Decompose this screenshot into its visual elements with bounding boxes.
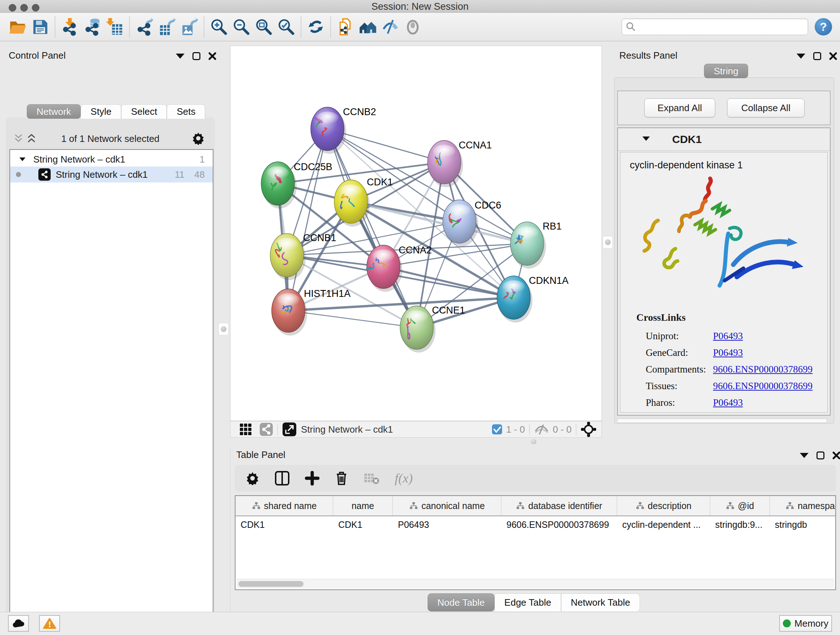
crosslink-link[interactable]: 9606.ENSP00000378699 <box>713 380 813 392</box>
zoom-fit-icon <box>255 18 273 36</box>
collapse-entry-icon[interactable] <box>643 136 650 141</box>
show-columns-icon[interactable] <box>275 470 290 486</box>
tab-select[interactable]: Select <box>121 104 167 119</box>
import-network-database-button[interactable] <box>81 16 103 38</box>
expand-all-button[interactable]: Expand All <box>644 98 715 117</box>
network-collection-row[interactable]: String Network – cdk1 1 <box>10 152 213 166</box>
copy-document-button[interactable] <box>334 16 357 38</box>
export-image-button[interactable] <box>178 16 201 38</box>
crosslink-link[interactable]: P06493 <box>713 331 743 342</box>
tab-node-table[interactable]: Node Table <box>428 593 494 611</box>
help-button[interactable]: ? <box>815 18 832 35</box>
node-table[interactable]: shared namenamecanonical namedatabase id… <box>235 495 836 590</box>
view-grid-icon[interactable] <box>239 423 252 436</box>
results-scroll-strip[interactable] <box>617 418 827 423</box>
export-image-icon <box>180 18 198 36</box>
collapse-panel-icon[interactable] <box>176 54 185 59</box>
cloud-button[interactable] <box>8 615 29 632</box>
column-header-canonical-name[interactable]: canonical name <box>393 496 501 516</box>
network-row-selected[interactable]: String Network – cdk1 11 48 <box>10 166 213 182</box>
delete-column-icon[interactable] <box>335 470 348 486</box>
node-ccna2[interactable] <box>366 245 402 292</box>
zoom-out-button[interactable] <box>230 16 253 38</box>
gear-icon[interactable] <box>246 471 259 485</box>
table-panel: Table Panel <box>230 447 840 612</box>
gear-icon[interactable] <box>192 132 205 145</box>
import-network-button[interactable] <box>58 16 81 38</box>
scrollbar-thumb[interactable] <box>238 581 303 587</box>
delete-table-icon <box>363 472 379 485</box>
column-header--id[interactable]: @id <box>710 496 770 516</box>
save-button[interactable] <box>29 16 51 38</box>
first-neighbors-button[interactable] <box>357 16 379 38</box>
close-panel-icon[interactable] <box>829 52 837 60</box>
right-splitter-handle[interactable] <box>603 236 613 249</box>
tab-network[interactable]: Network <box>27 104 81 119</box>
control-panel: Control Panel NetworkStyleSelectSets 1 o… <box>0 41 219 612</box>
tree-expander-icon[interactable] <box>19 157 26 161</box>
zoom-selected-button[interactable] <box>275 16 297 38</box>
edge[interactable] <box>288 310 417 328</box>
column-header-namespace[interactable]: namespace <box>770 496 836 516</box>
collapse-all-button[interactable]: Collapse All <box>727 98 805 117</box>
table-horizontal-scrollbar[interactable] <box>236 579 835 589</box>
horizontal-splitter-handle[interactable] <box>531 439 537 444</box>
add-column-icon[interactable] <box>305 471 319 486</box>
import-table-button[interactable] <box>103 16 126 38</box>
table-row[interactable]: CDK1CDK1P064939606.ENSP00000378699cyclin… <box>235 516 835 533</box>
column-header-shared-name[interactable]: shared name <box>235 496 333 516</box>
refresh-button[interactable] <box>305 16 327 38</box>
close-panel-icon[interactable] <box>208 52 216 60</box>
node-ccnb1[interactable] <box>270 233 306 280</box>
crosslink-link[interactable]: 9606.ENSP00000378699 <box>713 364 813 375</box>
export-table-button[interactable] <box>156 16 178 38</box>
node-cdc6[interactable] <box>443 200 478 247</box>
protein-card-header[interactable]: CDK1 <box>618 128 830 151</box>
export-network-button[interactable] <box>133 16 156 38</box>
shared-column-icon <box>636 502 644 510</box>
node-ccne1[interactable] <box>400 306 436 353</box>
crosslink-link[interactable]: P06493 <box>713 397 743 409</box>
column-label: name <box>352 501 374 511</box>
close-panel-icon[interactable] <box>832 451 840 459</box>
tab-network-table[interactable]: Network Table <box>561 593 640 611</box>
shared-column-icon <box>516 502 524 510</box>
float-panel-icon[interactable] <box>816 451 824 459</box>
zoom-in-button[interactable] <box>208 16 230 38</box>
network-canvas[interactable]: CCNB2CCNA1CDC25BCDK1CDC6RB1CCNB1CCNA2CDK… <box>230 46 602 421</box>
tab-string[interactable]: String <box>704 64 748 78</box>
column-header-name[interactable]: name <box>333 496 393 516</box>
collapse-panel-icon[interactable] <box>800 453 808 458</box>
column-header-database-identifier[interactable]: database identifier <box>501 496 617 516</box>
node-label: CCNB2 <box>343 106 376 117</box>
tab-sets[interactable]: Sets <box>167 104 205 119</box>
hide-selected-button[interactable] <box>379 16 401 38</box>
node-ccnb2[interactable] <box>311 107 346 154</box>
edge[interactable] <box>384 267 514 298</box>
tab-edge-table[interactable]: Edge Table <box>494 593 561 611</box>
float-panel-icon[interactable] <box>813 52 821 60</box>
crosslink-link[interactable]: P06493 <box>713 347 743 358</box>
show-all-button[interactable] <box>401 16 424 38</box>
selected-checkbox-icon[interactable] <box>492 424 502 435</box>
search-box[interactable] <box>622 19 808 35</box>
memory-button[interactable]: Memory <box>779 615 832 632</box>
open-button[interactable] <box>6 16 29 38</box>
tab-style[interactable]: Style <box>81 104 121 119</box>
column-label: @id <box>738 501 754 511</box>
node-hist1h1a[interactable] <box>272 289 307 336</box>
left-splitter-handle[interactable] <box>218 323 229 335</box>
edge[interactable] <box>288 129 327 310</box>
warning-button[interactable] <box>39 615 60 632</box>
network-badge-icon[interactable] <box>259 423 273 436</box>
float-panel-icon[interactable] <box>193 52 201 60</box>
collapse-panel-icon[interactable] <box>797 54 805 59</box>
search-input[interactable] <box>636 21 804 32</box>
birdseye-crosshair-icon[interactable] <box>581 421 597 437</box>
open-in-window-icon[interactable] <box>282 422 297 437</box>
node-cdkn1a[interactable] <box>497 276 532 323</box>
zoom-fit-button[interactable] <box>253 16 275 38</box>
node-rb1[interactable] <box>510 222 546 269</box>
column-header-description[interactable]: description <box>617 496 710 516</box>
protein-result-card: CDK1 cyclin-dependent kinase 1 <box>617 127 831 416</box>
